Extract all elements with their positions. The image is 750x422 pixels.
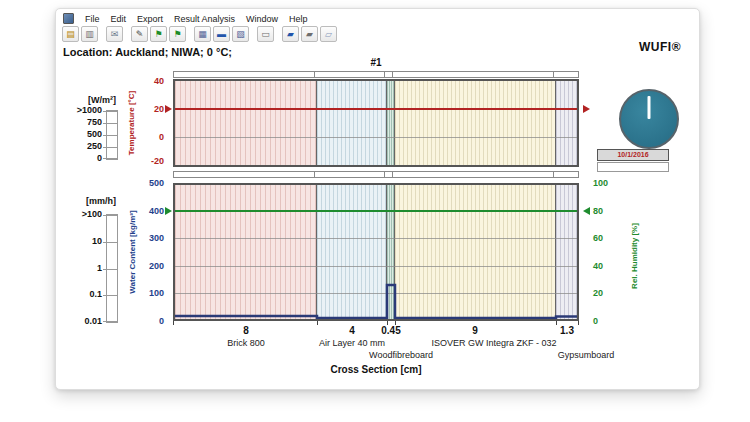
grid-chart-icon: ▦ [198,30,207,39]
layer-gypsumboard [556,81,577,165]
rain-tick-1: 1 [60,263,102,273]
x-axis-title: Cross Section [cm] [173,364,579,375]
menu-window[interactable]: Window [246,14,278,24]
rh-right-arrow-icon [583,207,590,215]
rain-tick-0p01: 0.01 [60,316,102,326]
rh-left-arrow-icon [165,207,172,215]
rain-tick-100: >100 [60,209,102,219]
tick [103,295,117,296]
flux-tick-250: 250 [60,141,102,151]
date-display: 10/1/2016 [597,149,669,161]
wufi-logo: WUFI® [639,40,681,54]
rain-tick-10: 10 [60,236,102,246]
layer-air [317,81,387,165]
rh-tick-100: 100 [593,178,608,188]
toolbar-film-blue-button[interactable]: ▰ [282,26,299,42]
menu-help[interactable]: Help [289,14,308,24]
menu-file[interactable]: File [85,14,100,24]
toolbar-charts-button[interactable]: ▧ [232,26,249,42]
water-content-axis-label: Water Content [kg/m³] [128,210,137,293]
temperature-axis-label: Temperature [°C] [127,91,136,155]
toolbar-grid-chart-button[interactable]: ▦ [194,26,211,42]
tick [103,135,117,136]
report-icon: ✉ [111,30,119,39]
layer-divider [392,72,393,77]
layer-divider [384,72,385,77]
toolbar-run-button[interactable]: ⚑ [150,26,167,42]
material-gypsumboard: Gypsumboard [558,350,615,360]
material-air-layer: Air Layer 40 mm [319,338,385,348]
wc-tick-400: 400 [136,206,164,216]
toolbar-film-chart-button[interactable]: ▬ [213,26,230,42]
chart-title: #1 [173,57,579,68]
tick [103,147,117,148]
moisture-plot [173,183,579,321]
toolbar-film-light-button[interactable]: ▱ [320,26,337,42]
tick [103,215,117,216]
tick [103,269,117,270]
film-blue-icon: ▰ [287,30,294,39]
material-woodfibreboard: Woodfibreboard [369,350,433,360]
toolbar: ▤ ▥ ✉ ✎ ⚑ ⚑ ▦ ▬ ▧ ▭ ▰ ▰ ▱ [62,26,337,42]
film-gray-icon: ▰ [306,30,313,39]
material-brick: Brick 800 [227,338,265,348]
app-window: File Edit Export Result Analysis Window … [55,8,700,390]
toolbar-properties-button[interactable]: ▭ [257,26,274,42]
time-display [597,162,669,172]
temp-tick-0: 0 [140,132,164,142]
toolbar-film-gray-button[interactable]: ▰ [301,26,318,42]
toolbar-edit-button[interactable]: ✎ [131,26,148,42]
rh-tick-60: 60 [593,233,603,243]
toolbar-open-button[interactable]: ▤ [62,26,79,42]
run-flag2-icon: ⚑ [173,30,181,39]
toolbar-report-button[interactable]: ✉ [106,26,123,42]
menu-export[interactable]: Export [137,14,163,24]
flux-tick-0: 0 [60,153,102,163]
rain-legend-label: [mm/h] [60,196,116,206]
film-chart-icon: ▬ [217,30,226,39]
rain-tick-0p1: 0.1 [60,289,102,299]
thickness-isover: 9 [472,325,478,336]
rain-scale-bar [106,214,118,323]
rh-tick-40: 40 [593,261,603,271]
app-icon [63,13,74,24]
temp-left-arrow-icon [165,105,172,113]
layer-isover [395,81,556,165]
layer-divider [553,72,554,77]
tick [103,158,117,159]
print-icon: ▥ [85,30,94,39]
menu-result-analysis[interactable]: Result Analysis [174,14,235,24]
rh-tick-80: 80 [593,206,603,216]
flux-tick-750: 750 [60,117,102,127]
charts-icon: ▧ [236,30,245,39]
tick [103,321,117,322]
wc-tick-300: 300 [136,233,164,243]
flux-legend-label: [W/m²] [60,95,116,105]
temp-right-arrow-icon [583,105,590,113]
properties-icon: ▭ [261,30,270,39]
wc-tick-200: 200 [136,261,164,271]
thickness-air: 4 [349,325,355,336]
x-tick [578,321,579,325]
menu-bar: File Edit Export Result Analysis Window … [60,12,308,25]
layer-divider [314,172,315,177]
x-tick [556,321,557,325]
run-flag-icon: ⚑ [154,30,162,39]
toolbar-print-button[interactable]: ▥ [81,26,98,42]
layer-brick [175,81,317,165]
temperature-plot [173,79,579,167]
tick [103,111,117,112]
thickness-woodfibreboard: 0.45 [381,325,400,336]
temp-tick-neg20: -20 [140,156,164,166]
analog-clock[interactable] [619,89,679,149]
toolbar-run-all-button[interactable]: ⚑ [169,26,186,42]
gridline-0c [175,137,577,138]
x-tick [173,321,174,325]
x-tick [317,321,318,325]
tick [103,123,117,124]
thickness-gypsumboard: 1.3 [560,325,574,336]
wc-tick-500: 500 [136,178,164,188]
menu-edit[interactable]: Edit [111,14,127,24]
flux-tick-500: 500 [60,129,102,139]
rh-tick-20: 20 [593,288,603,298]
